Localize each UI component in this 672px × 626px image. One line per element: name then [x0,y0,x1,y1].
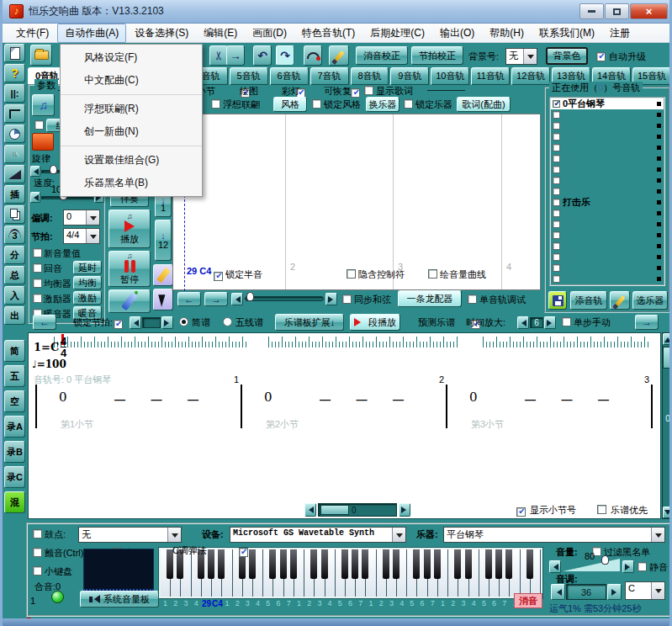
menubar-item[interactable]: 输出(O) [433,24,481,42]
lyrics-button[interactable]: 歌词(配曲) [457,97,511,112]
hidden-control-checkbox[interactable] [347,269,356,279]
menu-item[interactable]: 乐器黑名单(B) [61,172,202,194]
menu-item[interactable]: 风格设定(F) [61,46,202,69]
vscroll-up-button[interactable] [663,333,672,345]
instrument-row[interactable] [551,208,664,219]
dropdown-arrow-icon[interactable] [392,528,405,542]
paint-track-button[interactable] [610,291,630,310]
step-down-12[interactable]: ↓ 12 [155,220,172,261]
zoom-spin-left[interactable] [517,316,529,329]
beat-spin-field[interactable] [142,317,161,328]
melody-slider-knob[interactable] [50,165,57,174]
lock-instrument-checkbox[interactable] [404,99,413,109]
speed-slider-left[interactable] [30,192,40,203]
score-forward-button[interactable]: → [635,315,659,330]
minimize-button[interactable] [579,3,604,19]
measure[interactable]: 3 0 — — — 第3小节 [446,385,651,428]
piano-key[interactable]: 5 [263,549,273,597]
lock-style-checkbox[interactable] [312,99,321,109]
canvas-slider-track[interactable] [245,296,324,301]
show-measure-num-checkbox[interactable] [516,507,526,517]
instrument-row[interactable] [551,230,664,241]
excite-button[interactable]: 激励 [73,291,102,305]
menu-item[interactable]: 设置最佳组合(G) [61,149,202,172]
piano-key[interactable]: 5 [407,549,417,597]
pitch-spin-right[interactable] [607,584,622,600]
beat-select[interactable]: 4/4 [63,228,100,244]
score-area[interactable]: 1=C 4 4 ♩=100 音轨号: 0 平台钢琴 1 0 — — — 第1小节… [28,332,661,519]
open-file-button[interactable] [30,45,52,66]
pitch-spin-left[interactable] [551,584,565,600]
sidebar-tool-button[interactable]: 插 [4,185,25,204]
instrument-checkbox[interactable] [553,264,560,272]
beat-spin-right[interactable] [161,316,173,329]
zoom-spin-right[interactable] [544,316,556,329]
sidebar-tool-button[interactable]: 出 [4,306,25,325]
dropdown-arrow-icon[interactable] [651,528,664,542]
menu-item[interactable]: 创一新曲(N) [61,120,202,146]
canvas-slider-right[interactable] [325,293,337,305]
instrument-checkbox[interactable] [553,144,560,151]
scroll-right-button[interactable]: → [204,292,228,306]
instrument-checkbox[interactable] [553,122,560,130]
piano-key[interactable]: 1 [161,549,171,597]
key-select[interactable]: C [625,581,665,600]
maximize-button[interactable] [605,3,629,19]
title-bar[interactable]: ♪ 恒乐交响曲 版本：V13.3.2103 × [3,0,672,24]
exciter-checkbox[interactable] [33,294,42,303]
instrument-checkbox[interactable] [553,188,560,195]
instrument-checkbox[interactable] [553,220,560,228]
menubar-item[interactable]: 特色音轨(T) [295,24,362,42]
menubar-item[interactable]: 设备选择(S) [128,24,195,42]
sidebar-tool-button[interactable]: 3 [4,225,25,244]
dropdown-arrow-icon[interactable] [523,49,537,64]
menubar-item[interactable]: 后期处理(C) [363,24,431,42]
sidebar-tool-button[interactable] [4,104,25,123]
jianpu-radio[interactable] [179,317,188,326]
piano-keyboard[interactable]: 123429C41234567123456712345671234567123 [159,548,542,598]
sidebar-tool-button[interactable] [4,145,25,163]
offset-select[interactable]: 0 [63,210,100,225]
canvas-slider-left[interactable] [231,293,243,305]
mini-keyboard-checkbox[interactable] [33,566,42,576]
style-button[interactable]: 风格 [273,97,307,112]
background-color-button[interactable]: 背景色 [546,47,588,65]
dropdown-arrow-icon[interactable] [86,210,99,225]
instrument-row[interactable] [551,273,664,284]
step-manual-checkbox[interactable] [562,317,571,326]
sidebar-tool-button[interactable] [4,165,25,183]
instrument-row[interactable] [551,241,664,252]
sidebar-tool-button[interactable] [4,205,25,224]
sidebar-mode-button[interactable]: 录B [4,441,25,463]
track-tab[interactable]: 6音轨 [270,67,309,85]
piano-roll-canvas[interactable]: ♀ 2 3 4 29 C4 锁定半音 隐含控制符 绘音量曲线 [172,114,541,290]
auto-upgrade-checkbox[interactable] [596,52,606,61]
track-tab[interactable]: 7音轨 [310,67,349,85]
menubar-item[interactable]: 自动作曲(A) [57,24,126,43]
measure[interactable]: 2 0 — — — 第2小节 [241,385,446,428]
piano-key[interactable]: 5 [479,549,489,597]
instrument-row[interactable]: 0平台钢琴 [551,98,664,109]
show-lyrics-checkbox[interactable] [364,86,373,95]
sidebar-mode-button[interactable]: 空 [4,390,25,412]
silent-checkbox[interactable] [638,562,647,571]
sync-chord-checkbox[interactable] [342,294,352,304]
lock-semitone-checkbox[interactable] [214,272,223,281]
delay-button[interactable]: 延时 [73,261,102,274]
piano-key[interactable]: 2 [377,549,387,597]
mute-fix-button[interactable]: 消音校正 [356,46,408,65]
echo-checkbox[interactable] [33,263,42,273]
volume-slider-left[interactable] [549,560,561,573]
paste-insert-button[interactable]: → [226,45,245,66]
score-back-button[interactable]: ← [33,315,56,330]
scroll-left-button[interactable]: ← [177,292,201,306]
instrument-row[interactable] [551,120,664,131]
cut-button[interactable]: ✂ [209,45,228,66]
piano-key[interactable]: 2 [521,549,531,597]
drum-beat-select[interactable]: 无 [78,527,182,543]
menubar-item[interactable]: 注册 [603,24,637,42]
instrument-row[interactable] [551,131,664,142]
play-button[interactable]: ♫ 播放 [108,210,151,248]
undo-button[interactable]: ↶ [253,45,272,66]
instrument-row[interactable]: 打击乐 [551,197,664,208]
